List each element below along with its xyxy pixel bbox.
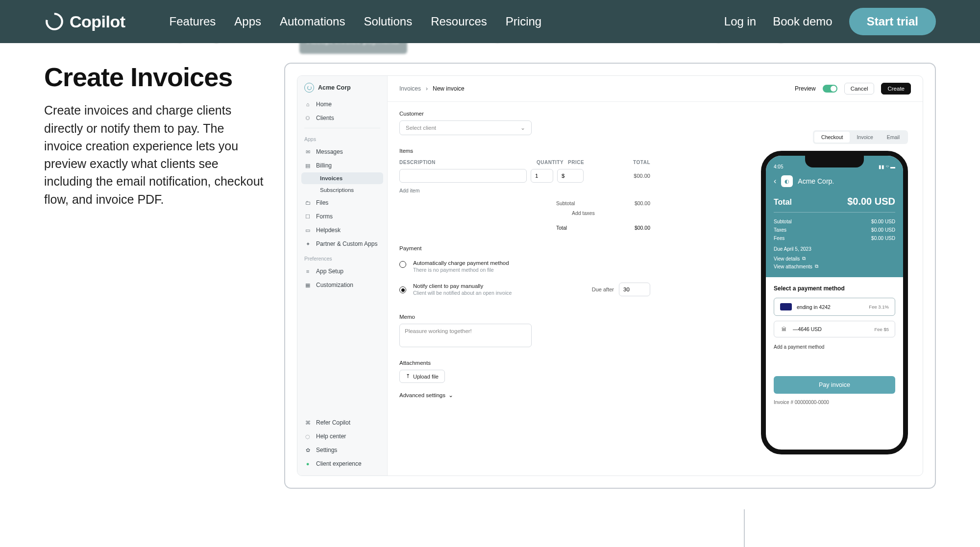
phone-back-icon[interactable]: ‹	[774, 177, 776, 186]
sidebar-item-settings[interactable]: ✿Settings	[297, 443, 387, 457]
sidebar-item-help[interactable]: ◌Help center	[297, 429, 387, 443]
sidebar-label: Customization	[316, 282, 353, 288]
memo-textarea[interactable]: Pleasure working together!	[399, 324, 532, 347]
product-screenshot-frame: Acme Corp ⌂ Home ⚇ Clients Apps ✉Message…	[284, 63, 936, 489]
item-description-input[interactable]	[399, 169, 527, 183]
hero-title: Create Invoices	[44, 63, 265, 92]
due-after-label: Due after	[592, 286, 614, 292]
svg-point-1	[307, 86, 311, 90]
breadcrumb-root[interactable]: Invoices	[399, 85, 421, 92]
total-label: Total	[556, 223, 595, 233]
chevron-right-icon: ›	[426, 85, 428, 92]
sidebar-item-messages[interactable]: ✉Messages	[297, 145, 387, 159]
external-link-icon: ⧉	[815, 263, 818, 269]
app-window: Acme Corp ⌂ Home ⚇ Clients Apps ✉Message…	[297, 75, 923, 476]
nav-features[interactable]: Features	[170, 15, 216, 28]
item-price-input[interactable]	[557, 169, 584, 183]
nav-pricing[interactable]: Pricing	[506, 15, 541, 28]
svg-point-0	[47, 14, 62, 29]
sidebar-item-billing[interactable]: ▤Billing	[297, 159, 387, 172]
preview-tab-email[interactable]: Email	[880, 132, 906, 143]
due-after-input[interactable]	[619, 283, 650, 296]
upload-label: Upload file	[413, 374, 439, 380]
sidebar-item-helpdesk[interactable]: ▭Helpdesk	[297, 223, 387, 237]
payment-manual-radio[interactable]	[399, 286, 406, 293]
sidebar: Acme Corp ⌂ Home ⚇ Clients Apps ✉Message…	[297, 76, 388, 476]
hero-body: Create invoices and charge clients direc…	[44, 101, 265, 208]
brand-name: Copilot	[70, 12, 125, 31]
sidebar-item-clients[interactable]: ⚇ Clients	[297, 111, 387, 125]
pm-text: —4646 USD	[793, 326, 822, 332]
pay-invoice-button[interactable]: Pay invoice	[774, 376, 895, 394]
item-qty-input[interactable]	[531, 169, 553, 183]
sidebar-item-customization[interactable]: ▦Customization	[297, 278, 387, 292]
sidebar-item-home[interactable]: ⌂ Home	[297, 97, 387, 111]
preview-column: Checkout Invoice Email 4:05 ▮▮ ⌔ ▬	[662, 102, 923, 476]
preview-tab-invoice[interactable]: Invoice	[850, 132, 880, 143]
upload-file-button[interactable]: ⤒ Upload file	[399, 370, 445, 383]
add-taxes-link[interactable]: Add taxes	[572, 208, 611, 218]
sidebar-item-app-setup[interactable]: ≡App Setup	[297, 264, 387, 278]
gear-icon: ✿	[304, 447, 311, 453]
sidebar-item-files[interactable]: 🗀Files	[297, 196, 387, 210]
sidebar-label: Billing	[316, 162, 332, 169]
sidebar-item-refer[interactable]: ⌘Refer Copilot	[297, 416, 387, 429]
payment-method-card[interactable]: ending in 4242 Fee 3.1%	[774, 298, 895, 316]
nav-resources[interactable]: Resources	[431, 15, 487, 28]
sidebar-item-forms[interactable]: ☐Forms	[297, 210, 387, 223]
phone-view-details-link[interactable]: View details ⧉	[774, 256, 895, 262]
col-total: TOTAL	[616, 160, 650, 165]
payment-auto-radio[interactable]	[399, 261, 406, 268]
preview-label: Preview	[795, 85, 816, 92]
gift-icon: ⌘	[304, 420, 311, 426]
phone-select-pm-label: Select a payment method	[774, 285, 895, 292]
phone-time: 4:05	[774, 164, 783, 169]
create-button[interactable]: Create	[881, 83, 911, 95]
forms-icon: ☐	[304, 214, 311, 220]
dot-icon: ●	[304, 461, 311, 467]
billing-icon: ▤	[304, 163, 311, 169]
external-link-icon: ⧉	[802, 256, 806, 262]
phone-mockup: 4:05 ▮▮ ⌔ ▬ ‹ ◐ Acme Corp.	[761, 151, 908, 454]
nav-apps[interactable]: Apps	[234, 15, 261, 28]
sidebar-label: Clients	[316, 115, 334, 121]
bank-icon: 🏛	[780, 326, 788, 332]
top-nav: Copilot Features Apps Automations Soluti…	[0, 0, 980, 43]
pm-fee: Fee $5	[874, 327, 889, 332]
book-demo-link[interactable]: Book demo	[773, 15, 832, 28]
apps-icon: ✦	[304, 241, 311, 247]
hero-copy: Create Invoices Create invoices and char…	[44, 63, 265, 489]
advanced-settings-toggle[interactable]: Advanced settings ⌄	[399, 392, 650, 399]
pm-text: ending in 4242	[797, 304, 831, 310]
brand-logo[interactable]: Copilot	[44, 11, 125, 32]
phone-line-k: Fees	[774, 234, 784, 242]
sidebar-subitem-subscriptions[interactable]: Subscriptions	[301, 184, 383, 196]
sidebar-section-prefs: Preferences	[297, 251, 387, 264]
sidebar-label: App Setup	[316, 268, 343, 275]
payment-auto-sub: There is no payment method on file	[413, 267, 509, 273]
sidebar-label: Settings	[316, 447, 337, 453]
crumb-bar: Invoices › New invoice Preview Cancel Cr…	[388, 76, 923, 102]
preview-toggle[interactable]	[823, 85, 837, 93]
start-trial-button[interactable]: Start trial	[849, 8, 936, 35]
add-payment-method-link[interactable]: Add a payment method	[774, 342, 895, 352]
workspace-switcher[interactable]: Acme Corp	[297, 76, 387, 97]
nav-automations[interactable]: Automations	[280, 15, 345, 28]
sidebar-item-partner-apps[interactable]: ✦Partner & Custom Apps	[297, 237, 387, 251]
sidebar-item-client-experience[interactable]: ●Client experience	[297, 457, 387, 471]
nav-solutions[interactable]: Solutions	[364, 15, 412, 28]
add-item-link[interactable]: Add item	[399, 188, 650, 193]
memo-label: Memo	[399, 314, 650, 320]
preview-tab-checkout[interactable]: Checkout	[814, 132, 850, 143]
cancel-button[interactable]: Cancel	[844, 83, 875, 95]
primary-nav: Features Apps Automations Solutions Reso…	[170, 15, 542, 28]
sidebar-subitem-invoices[interactable]: Invoices	[301, 172, 383, 184]
login-link[interactable]: Log in	[724, 15, 756, 28]
phone-line-k: Taxes	[774, 226, 786, 234]
customer-select[interactable]: Select client ⌄	[399, 120, 532, 135]
phone-view-attachments-link[interactable]: View attachments ⧉	[774, 263, 895, 269]
sidebar-label: Messages	[316, 148, 343, 155]
phone-line-k: Subtotal	[774, 217, 792, 226]
customer-placeholder: Select client	[406, 125, 436, 131]
payment-method-bank[interactable]: 🏛 —4646 USD Fee $5	[774, 321, 895, 337]
